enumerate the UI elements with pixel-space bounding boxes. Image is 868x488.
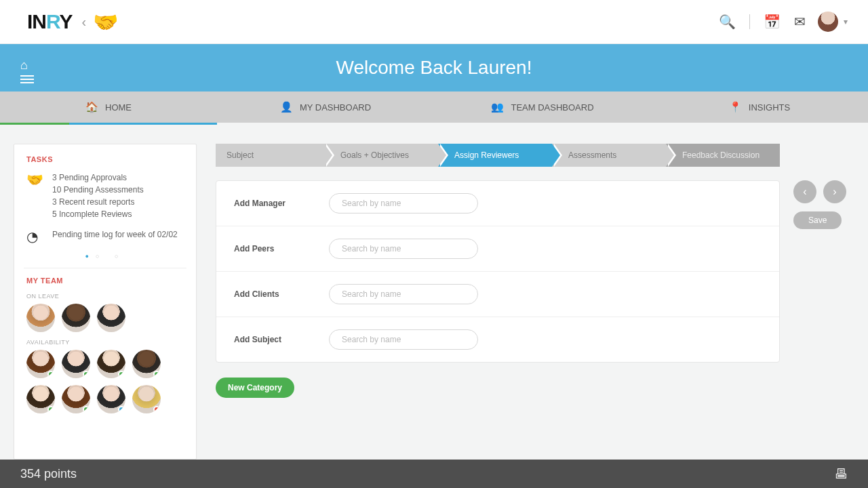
step-assign-reviewers[interactable]: Assign Reviewers [438, 144, 552, 167]
availability-avatars [26, 350, 184, 413]
wizard-controls: ‹ › Save [793, 144, 854, 460]
task-line: 3 Pending Approvals [52, 171, 144, 184]
label-add-manager: Add Manager [234, 199, 309, 208]
step-subject[interactable]: Subject [216, 144, 324, 167]
nav-tab-label: TEAM DASHBOARD [511, 102, 593, 113]
avatar[interactable] [26, 385, 55, 413]
task-line: 10 Pending Assessments [52, 184, 144, 196]
avatar[interactable] [26, 304, 55, 332]
save-button[interactable]: Save [793, 211, 842, 229]
label-add-subject: Add Subject [234, 335, 309, 344]
logo: INRY [27, 10, 73, 33]
avatar[interactable] [26, 350, 55, 378]
task-line: Pending time log for week of 02/02 [52, 228, 178, 245]
search-clients-input[interactable] [329, 284, 478, 304]
logo-text-in: IN [27, 10, 46, 33]
row-add-peers: Add Peers [216, 226, 779, 272]
print-icon[interactable]: 🖶 [834, 466, 848, 482]
new-category-button[interactable]: New Category [216, 378, 294, 398]
nav-progress [0, 123, 868, 125]
mail-icon[interactable]: ✉ [794, 14, 806, 30]
on-leave-avatars [26, 304, 184, 332]
top-bar: INRY ‹ 🤝 🔍 📅 ✉ ▾ [0, 0, 868, 44]
task-line: 3 Recent result reports [52, 196, 144, 208]
home-icon: 🏠 [85, 101, 98, 113]
welcome-banner: ⌂ Welcome Back Lauren! [0, 44, 868, 92]
next-button[interactable]: › [823, 180, 846, 203]
logo-text-y: Y [60, 10, 73, 33]
banner-title: Welcome Back Lauren! [336, 57, 532, 79]
avatar[interactable] [62, 304, 90, 332]
nav-tab-insights[interactable]: 📍 INSIGHTS [651, 92, 868, 123]
separator [24, 268, 186, 268]
avatar[interactable] [62, 350, 90, 378]
avatar[interactable] [62, 385, 90, 413]
label-add-peers: Add Peers [234, 244, 309, 253]
user-icon: 👤 [280, 101, 293, 113]
search-subject-input[interactable] [329, 329, 478, 350]
row-add-subject: Add Subject [216, 317, 779, 362]
avatar[interactable] [132, 385, 161, 413]
footer-bar: 354 points 🖶 [0, 460, 868, 488]
home-menu[interactable]: ⌂ [20, 59, 34, 77]
row-add-clients: Add Clients [216, 272, 779, 317]
label-add-clients: Add Clients [234, 289, 309, 299]
handshake-icon: 🤝 [93, 10, 118, 34]
search-icon[interactable]: 🔍 [719, 14, 736, 30]
availability-title: AVAILABILITY [26, 339, 184, 346]
nav-tab-label: INSIGHTS [749, 102, 790, 113]
row-add-manager: Add Manager [216, 181, 779, 226]
wizard-steps: Subject Goals + Objectives Assign Review… [216, 144, 780, 167]
step-goals[interactable]: Goals + Objectives [324, 144, 438, 167]
main-nav: 🏠 HOME 👤 MY DASHBOARD 👥 TEAM DASHBOARD 📍… [0, 92, 868, 123]
tasks-approvals[interactable]: 🤝 3 Pending Approvals 10 Pending Assessm… [26, 171, 184, 220]
back-chevron-icon[interactable]: ‹ [82, 14, 87, 30]
pager-dots[interactable]: ●○ ○ [26, 253, 184, 260]
prev-button[interactable]: ‹ [793, 180, 816, 203]
home-icon: ⌂ [20, 59, 34, 71]
nav-tab-label: HOME [105, 102, 132, 113]
calendar-icon[interactable]: 📅 [764, 14, 781, 30]
sidebar-card: TASKS 🤝 3 Pending Approvals 10 Pending A… [14, 144, 197, 460]
handshake-icon: 🤝 [26, 171, 44, 220]
nav-tab-label: MY DASHBOARD [300, 102, 371, 113]
search-manager-input[interactable] [329, 193, 478, 214]
divider [749, 14, 750, 29]
user-avatar[interactable] [818, 12, 838, 32]
step-assessments[interactable]: Assessments [552, 144, 666, 167]
on-leave-title: ON LEAVE [26, 293, 184, 300]
nav-tab-team-dashboard[interactable]: 👥 TEAM DASHBOARD [434, 92, 651, 123]
my-team-title: MY TEAM [26, 277, 184, 285]
insights-icon: 📍 [729, 101, 742, 113]
reviewer-form: Add Manager Add Peers Add Clients Add Su… [216, 180, 780, 363]
clock-icon: ◔ [26, 228, 44, 245]
points-label: 354 points [20, 467, 77, 481]
avatar[interactable] [132, 350, 161, 378]
tasks-title: TASKS [26, 155, 184, 163]
chevron-down-icon[interactable]: ▾ [844, 17, 848, 26]
task-line: 5 Incomplete Reviews [52, 208, 144, 220]
avatar[interactable] [97, 350, 125, 378]
nav-tab-my-dashboard[interactable]: 👤 MY DASHBOARD [217, 92, 434, 123]
avatar[interactable] [97, 385, 125, 413]
team-icon: 👥 [491, 101, 504, 113]
logo-text-r: R [46, 10, 60, 33]
hamburger-icon [20, 75, 34, 77]
avatar[interactable] [97, 304, 125, 332]
step-feedback[interactable]: Feedback Discussion [666, 144, 780, 167]
tasks-timelog[interactable]: ◔ Pending time log for week of 02/02 [26, 228, 184, 245]
search-peers-input[interactable] [329, 239, 478, 259]
nav-tab-home[interactable]: 🏠 HOME [0, 92, 217, 123]
